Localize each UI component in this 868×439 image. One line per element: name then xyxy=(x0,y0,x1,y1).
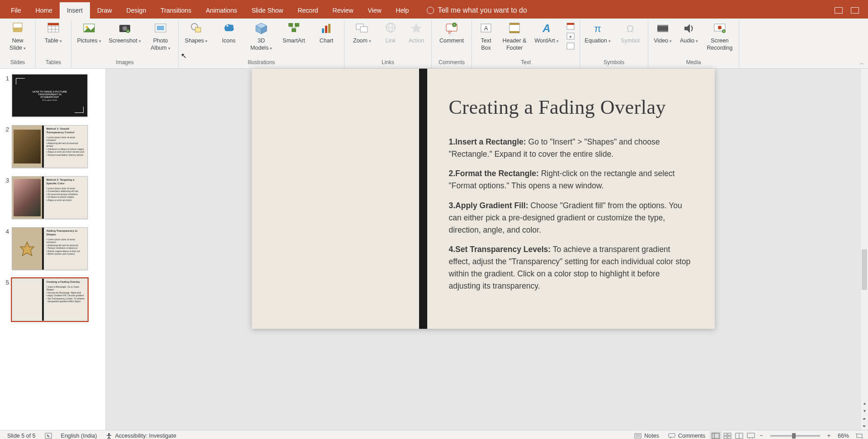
zoom-button[interactable]: Zoom▾ xyxy=(349,21,375,45)
icons-button[interactable]: Icons xyxy=(216,21,242,45)
slide-thumbnail-5[interactable]: Creating a Fading Overlay• Insert a Rect… xyxy=(12,278,88,321)
tab-view[interactable]: View xyxy=(361,2,389,19)
svg-marker-35 xyxy=(411,23,422,33)
tab-design[interactable]: Design xyxy=(119,2,154,19)
shapes-button[interactable]: Shapes▾ xyxy=(183,21,209,45)
slide-number: 5 xyxy=(3,278,9,321)
tab-file[interactable]: File xyxy=(4,2,28,19)
tell-me-search[interactable]: Tell me what you want to do xyxy=(427,2,527,19)
tab-insert[interactable]: Insert xyxy=(60,2,90,19)
video-button[interactable]: Video▾ xyxy=(653,21,673,45)
zoom-slider[interactable] xyxy=(770,435,820,437)
slide-canvas-area[interactable]: Creating a Fading Overlay 1.Insert a Rec… xyxy=(106,69,860,430)
svg-marker-61 xyxy=(20,242,34,256)
reading-view-button[interactable] xyxy=(733,431,745,439)
slide-content: Creating a Fading Overlay 1.Insert a Rec… xyxy=(427,69,715,329)
tab-home[interactable]: Home xyxy=(28,2,60,19)
screen-recording-button[interactable]: + Screen Recording xyxy=(705,21,734,51)
next-slide-icon[interactable]: ⏷ xyxy=(861,422,868,430)
date-time-icon[interactable] xyxy=(566,22,575,31)
notes-button[interactable]: Notes xyxy=(630,433,664,439)
group-images-label: Images xyxy=(116,58,133,67)
wordart-icon: A xyxy=(539,21,554,36)
object-icon[interactable] xyxy=(566,42,575,51)
tab-draw[interactable]: Draw xyxy=(90,2,119,19)
slide-number: 3 xyxy=(3,176,9,219)
tab-animations[interactable]: Animations xyxy=(198,2,244,19)
notes-icon xyxy=(634,433,642,439)
svg-rect-70 xyxy=(712,433,719,439)
slide-bullet-3: 3.Apply Gradient Fill: Choose "Gradient … xyxy=(449,200,692,236)
fit-to-window-button[interactable] xyxy=(854,431,865,439)
svg-rect-47 xyxy=(567,23,574,25)
svg-rect-65 xyxy=(635,434,641,438)
chart-icon xyxy=(319,21,334,36)
slide-bullet-4: 4.Set Transparency Levels: To achieve a … xyxy=(449,243,692,293)
svg-line-26 xyxy=(294,27,297,28)
zoom-out-button[interactable]: − xyxy=(757,433,765,439)
slide-counter[interactable]: Slide 5 of 5 xyxy=(3,433,40,439)
current-slide[interactable]: Creating a Fading Overlay 1.Insert a Rec… xyxy=(252,69,715,329)
audio-button[interactable]: Audio▾ xyxy=(679,21,699,45)
new-slide-button[interactable]: New Slide▾ xyxy=(5,21,31,51)
work-area: 1 HOW TO MAKE A PICTURETRANSPARENT INPOW… xyxy=(0,69,868,430)
chart-button[interactable]: Chart xyxy=(313,21,340,45)
accessibility-icon xyxy=(106,433,112,439)
slide-sorter-view-button[interactable] xyxy=(722,431,733,439)
svg-text:✎: ✎ xyxy=(47,434,50,439)
3d-models-button[interactable]: 3D Models▾ xyxy=(248,21,274,51)
share-icon[interactable] xyxy=(835,7,843,14)
slide-number-icon[interactable]: # xyxy=(566,32,575,41)
lightbulb-icon xyxy=(427,7,434,14)
slide-thumbnail-1[interactable]: HOW TO MAKE A PICTURETRANSPARENT INPOWER… xyxy=(12,74,88,117)
scroll-down-icon[interactable]: ▾ xyxy=(861,407,868,415)
smartart-button[interactable]: SmartArt xyxy=(281,21,307,45)
vertical-scrollbar[interactable]: ▴ ▾ ⏶ ⏷ xyxy=(860,69,868,430)
svg-text:A: A xyxy=(484,25,488,32)
wordart-button[interactable]: A WordArt▾ xyxy=(533,21,560,45)
normal-view-button[interactable] xyxy=(710,431,722,439)
tab-slideshow[interactable]: Slide Show xyxy=(244,2,290,19)
slide-bullet-2: 2.Format the Rectangle: Right-click on t… xyxy=(449,168,692,192)
photo-album-button[interactable]: Photo Album▾ xyxy=(147,21,174,51)
table-button[interactable]: Table▾ xyxy=(40,21,66,45)
shapes-icon xyxy=(189,21,203,36)
comments-button[interactable]: Comments xyxy=(664,433,710,439)
svg-rect-75 xyxy=(728,436,731,439)
svg-rect-27 xyxy=(322,28,324,33)
slide-thumbnail-3[interactable]: Method 2: Targeting a Specific Color• Lo… xyxy=(12,176,88,219)
tab-review[interactable]: Review xyxy=(326,2,361,19)
collapse-ribbon-button[interactable]: ︿ xyxy=(859,60,864,66)
pictures-button[interactable]: Pictures▾ xyxy=(76,21,102,45)
tab-help[interactable]: Help xyxy=(389,2,416,19)
tab-transitions[interactable]: Transitions xyxy=(153,2,198,19)
svg-line-25 xyxy=(291,27,294,28)
accessibility-checker[interactable]: Accessibility: Investigate xyxy=(101,433,180,439)
zoom-slide-icon xyxy=(355,21,369,36)
header-footer-button[interactable]: Header & Footer xyxy=(502,21,527,51)
video-icon xyxy=(656,21,670,36)
scrollbar-thumb[interactable] xyxy=(862,249,867,290)
group-media-label: Media xyxy=(686,58,701,67)
icons-icon xyxy=(222,21,236,36)
prev-slide-icon[interactable]: ⏶ xyxy=(861,415,868,422)
slide-thumbnail-4[interactable]: Adding Transparency to Shapes• Lorem ips… xyxy=(12,227,88,270)
zoom-slider-knob[interactable] xyxy=(792,433,796,439)
spellcheck-icon[interactable]: ✎ xyxy=(40,433,57,439)
tab-record[interactable]: Record xyxy=(290,2,325,19)
slideshow-view-button[interactable] xyxy=(745,431,757,439)
group-tables-label: Tables xyxy=(46,58,61,67)
comments-pane-icon[interactable] xyxy=(851,7,859,14)
slide-thumbnail-2[interactable]: Method 1: Overall Transparency Control• … xyxy=(12,125,88,168)
scroll-up-icon[interactable]: ▴ xyxy=(861,399,868,407)
screenshot-icon: + xyxy=(118,21,132,36)
zoom-in-button[interactable]: + xyxy=(825,433,833,439)
screenshot-button[interactable]: + Screenshot▾ xyxy=(108,21,141,45)
comment-button[interactable]: + Comment xyxy=(436,21,467,45)
slide-number: 2 xyxy=(3,125,9,168)
equation-button[interactable]: π Equation▾ xyxy=(585,21,611,45)
zoom-level[interactable]: 66% xyxy=(833,433,854,439)
language-indicator[interactable]: English (India) xyxy=(57,433,102,439)
slide-thumbnail-panel[interactable]: 1 HOW TO MAKE A PICTURETRANSPARENT INPOW… xyxy=(0,69,106,430)
text-box-button[interactable]: A Text Box xyxy=(476,21,495,51)
